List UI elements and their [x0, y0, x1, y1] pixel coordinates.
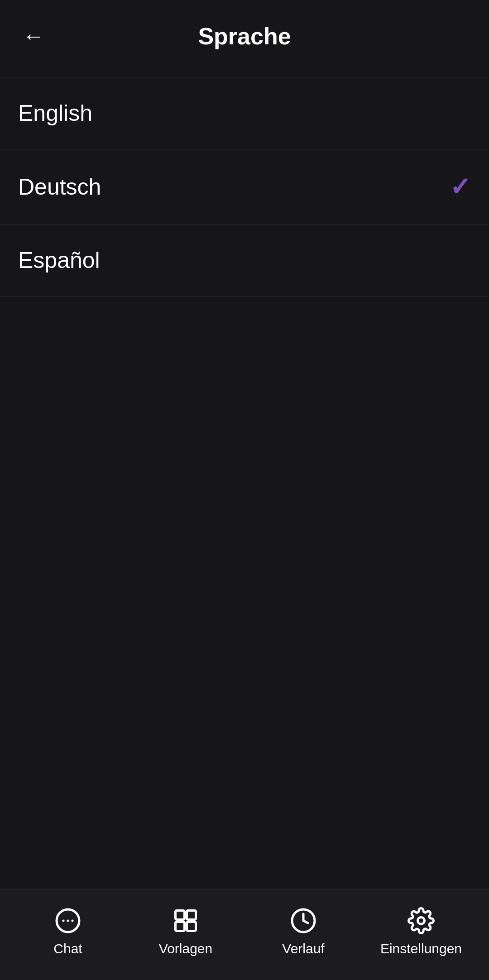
bottom-nav: Chat Vorlagen Verlauf E [0, 889, 489, 980]
language-item-english[interactable]: English [0, 77, 489, 149]
svg-rect-6 [176, 922, 185, 931]
nav-item-einstellungen[interactable]: Einstellungen [362, 905, 480, 956]
svg-point-2 [67, 919, 69, 922]
nav-label-chat: Chat [53, 941, 82, 956]
chat-icon [52, 905, 84, 937]
language-name-english: English [18, 100, 92, 126]
language-list: English Deutsch ✓ Español [0, 77, 489, 296]
language-item-deutsch[interactable]: Deutsch ✓ [0, 149, 489, 225]
check-icon-deutsch: ✓ [450, 172, 471, 201]
svg-rect-7 [187, 922, 196, 931]
nav-label-einstellungen: Einstellungen [380, 941, 462, 956]
language-name-deutsch: Deutsch [18, 174, 101, 200]
settings-icon [405, 905, 437, 937]
nav-item-vorlagen[interactable]: Vorlagen [127, 905, 244, 956]
svg-point-9 [418, 917, 425, 924]
back-arrow-icon: ← [23, 25, 44, 47]
nav-item-verlauf[interactable]: Verlauf [244, 905, 362, 956]
history-icon [288, 905, 319, 937]
back-button[interactable]: ← [18, 21, 49, 52]
svg-rect-5 [187, 910, 196, 919]
svg-point-1 [62, 919, 65, 922]
language-name-espanol: Español [18, 247, 100, 273]
language-item-espanol[interactable]: Español [0, 225, 489, 296]
nav-label-verlauf: Verlauf [282, 941, 324, 956]
nav-label-vorlagen: Vorlagen [159, 941, 212, 956]
svg-rect-4 [176, 910, 185, 919]
nav-item-chat[interactable]: Chat [9, 905, 127, 956]
templates-icon [170, 905, 201, 937]
page-title: Sprache [198, 23, 291, 50]
svg-point-3 [72, 919, 74, 922]
header: ← Sprache [0, 0, 489, 63]
